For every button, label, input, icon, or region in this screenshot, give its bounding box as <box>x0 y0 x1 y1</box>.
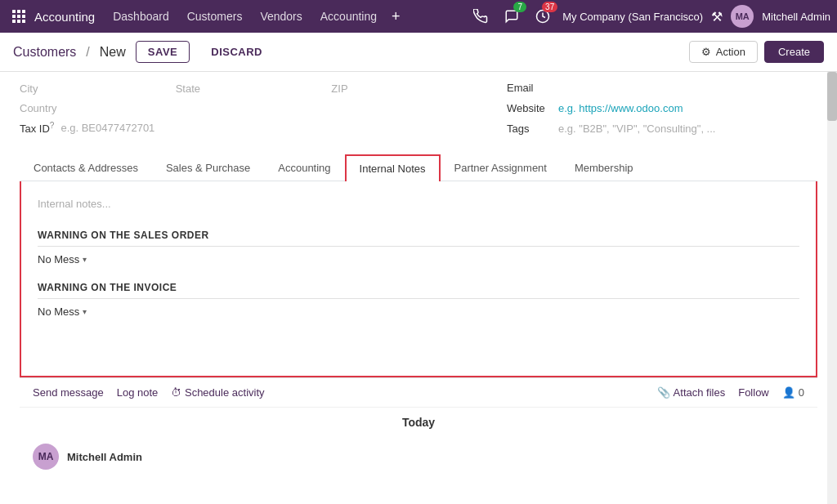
follow-button[interactable]: Follow <box>738 386 769 399</box>
attach-files-label: Attach files <box>674 386 726 399</box>
activity-icon[interactable]: 37 <box>531 5 554 28</box>
breadcrumb-parent[interactable]: Customers <box>13 45 76 60</box>
action-button[interactable]: ⚙ Action <box>689 41 758 63</box>
address-row: City State ZIP <box>20 82 474 95</box>
avatar[interactable]: MA <box>731 5 754 28</box>
nav-accounting[interactable]: Accounting <box>312 7 385 26</box>
schedule-activity-label: Schedule activity <box>185 386 265 399</box>
breadcrumb-bar: Customers / New SAVE DISCARD ⚙ Action Cr… <box>0 33 837 72</box>
grid-menu-icon[interactable] <box>7 4 31 29</box>
create-button[interactable]: Create <box>764 41 824 63</box>
tab-sales[interactable]: Sales & Purchase <box>152 154 264 181</box>
warning-invoice-select[interactable]: No Mess ▾ <box>38 306 799 318</box>
warning-invoice-value: No Mess <box>38 306 79 318</box>
tab-internal-notes[interactable]: Internal Notes <box>345 154 441 181</box>
warning-sales-section: WARNING ON THE SALES ORDER No Mess ▾ <box>38 230 799 265</box>
nav-menu: Dashboard Customers Vendors Accounting + <box>105 7 466 26</box>
internal-notes-input[interactable]: Internal notes... <box>38 198 799 210</box>
warning-sales-title: WARNING ON THE SALES ORDER <box>38 230 799 247</box>
warning-invoice-section: WARNING ON THE INVOICE No Mess ▾ <box>38 282 799 318</box>
send-message-button[interactable]: Send message <box>33 386 104 399</box>
breadcrumb-current: New <box>100 45 126 60</box>
tax-id-row: Tax ID? e.g. BE0477472701 <box>20 121 474 135</box>
svg-rect-1 <box>17 10 20 13</box>
schedule-icon: ⏱ <box>171 386 181 399</box>
scrollbar[interactable] <box>827 72 837 504</box>
chat-icon[interactable]: 7 <box>500 5 523 28</box>
svg-rect-0 <box>12 10 16 13</box>
nav-customers[interactable]: Customers <box>179 7 251 26</box>
tab-contacts[interactable]: Contacts & Addresses <box>20 154 152 181</box>
followers-count-value: 0 <box>799 386 804 399</box>
email-row: Email <box>507 82 817 94</box>
scroll-thumb[interactable] <box>827 72 837 121</box>
svg-rect-8 <box>22 20 25 23</box>
admin-name: Mitchell Admin <box>762 11 830 23</box>
website-label: Website <box>507 102 552 114</box>
company-name[interactable]: My Company (San Francisco) <box>562 11 703 23</box>
tab-membership[interactable]: Membership <box>561 154 647 181</box>
chatter-bar: Send message Log note ⏱ Schedule activit… <box>20 377 817 407</box>
app-name: Accounting <box>34 10 95 24</box>
schedule-activity-button[interactable]: ⏱ Schedule activity <box>171 386 264 399</box>
attach-icon: 📎 <box>657 386 670 399</box>
zip-field[interactable]: ZIP <box>331 83 347 95</box>
log-note-button[interactable]: Log note <box>117 386 159 399</box>
country-field[interactable]: Country <box>20 102 57 114</box>
warning-invoice-chevron: ▾ <box>83 307 87 316</box>
tab-partner[interactable]: Partner Assignment <box>441 154 561 181</box>
user-row: MA Mitchell Admin <box>20 437 817 476</box>
followers-count: 👤 0 <box>782 386 804 399</box>
user-avatar: MA <box>33 444 59 470</box>
tax-id-input[interactable]: e.g. BE0477472701 <box>60 122 154 134</box>
warning-invoice-title: WARNING ON THE INVOICE <box>38 282 799 299</box>
user-name-chatter: Mitchell Admin <box>67 451 142 463</box>
today-label: Today <box>402 416 435 429</box>
city-field[interactable]: City <box>20 83 38 95</box>
chatter-right: 📎 Attach files Follow 👤 0 <box>657 386 804 399</box>
chat-badge: 7 <box>513 2 526 12</box>
nav-vendors[interactable]: Vendors <box>252 7 310 26</box>
svg-rect-6 <box>12 20 16 23</box>
main-content: City State ZIP Country Tax ID? <box>0 72 837 504</box>
svg-rect-7 <box>17 20 20 23</box>
website-input[interactable]: e.g. https://www.odoo.com <box>558 102 683 114</box>
followers-icon: 👤 <box>782 386 795 399</box>
activity-badge: 37 <box>542 2 557 12</box>
svg-rect-3 <box>12 15 16 18</box>
phone-icon[interactable] <box>469 5 492 28</box>
warning-sales-select[interactable]: No Mess ▾ <box>38 253 799 265</box>
tags-label: Tags <box>507 123 552 135</box>
top-navigation: Accounting Dashboard Customers Vendors A… <box>0 0 837 33</box>
tax-id-label: Tax ID? <box>20 121 54 135</box>
breadcrumb-separator: / <box>86 45 89 60</box>
action-button-label: Action <box>716 46 745 58</box>
nav-dashboard[interactable]: Dashboard <box>105 7 177 26</box>
warning-sales-chevron: ▾ <box>83 255 87 264</box>
tab-accounting[interactable]: Accounting <box>264 154 344 181</box>
nav-right-section: 7 37 My Company (San Francisco) ⚒ MA Mit… <box>469 5 830 28</box>
attach-files-button[interactable]: 📎 Attach files <box>657 386 726 399</box>
svg-rect-4 <box>17 15 20 18</box>
nav-add-icon[interactable]: + <box>387 8 405 25</box>
website-row: Website e.g. https://www.odoo.com <box>507 102 817 114</box>
svg-rect-2 <box>22 10 25 13</box>
save-button[interactable]: SAVE <box>136 41 190 63</box>
tags-input[interactable]: e.g. "B2B", "VIP", "Consulting", ... <box>558 123 715 135</box>
settings-icon[interactable]: ⚒ <box>711 9 723 25</box>
breadcrumb-right: ⚙ Action Create <box>689 41 824 63</box>
state-field[interactable]: State <box>176 83 200 95</box>
tab-content-internal-notes: Internal notes... WARNING ON THE SALES O… <box>20 181 817 377</box>
email-label: Email <box>507 82 552 94</box>
today-section: Today <box>20 407 817 437</box>
tabs-bar: Contacts & Addresses Sales & Purchase Ac… <box>20 154 817 181</box>
warning-sales-value: No Mess <box>38 253 79 265</box>
tags-row: Tags e.g. "B2B", "VIP", "Consulting", ..… <box>507 123 817 135</box>
discard-button[interactable]: DISCARD <box>199 42 274 62</box>
svg-rect-5 <box>22 15 25 18</box>
gear-icon: ⚙ <box>701 46 711 58</box>
